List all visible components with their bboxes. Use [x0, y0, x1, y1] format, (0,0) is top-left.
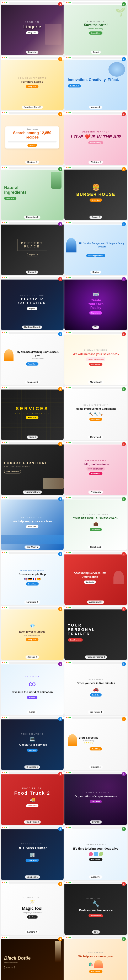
cta-btn-agency8[interactable]: Get Started [68, 84, 81, 88]
cta-btn-lottie[interactable]: Explore [27, 696, 37, 699]
cta-btn-car-rental3[interactable]: Book Car [90, 694, 102, 697]
cta-btn-clothing2[interactable]: Explore [27, 307, 37, 310]
card-wedding3[interactable]: WEDDING PLANNER LOVE ❤️ IS IN THE AIR Pl… [65, 111, 127, 165]
card-accountant4[interactable]: Accounting Services Tax Optimisation Get… [65, 551, 127, 605]
cta-btn-recipes3[interactable]: Search [27, 144, 37, 147]
card-coaching3[interactable]: BUSINESS COACHING YOUR PERSONAL BUSINESS… [65, 496, 127, 550]
card-shop-assistant[interactable]: E-COMMERCE We help your store to grow 🛍️… [65, 935, 127, 980]
dot-green [6, 332, 7, 333]
card-car-rental3[interactable]: CAR RENTAL Order your car in five minute… [65, 661, 127, 715]
dot-green [70, 882, 71, 883]
card-event8[interactable]: CORPORATE EVENTS Organization of corpora… [65, 771, 127, 825]
url-bar [72, 496, 126, 499]
card-eco4[interactable]: ECO FRIENDLY Save the earth! Plant a tre… [65, 1, 127, 55]
card-language4[interactable]: LANGUAGE COURSES Businesspeople Help 🇬🇧 … [1, 551, 63, 605]
cta-btn-furniture2[interactable]: Shop Now [26, 85, 38, 88]
badge-pt3: 3 [122, 607, 126, 611]
card-cosmetics3[interactable]: Naturalingredients Shop Now 3 Cosmetics … [1, 166, 63, 220]
card-label-pt3: Personal Trainer 3 [85, 655, 107, 659]
card-blogger4[interactable]: Blog & lifestyle Personal Blog ★★★★★ Rea… [65, 716, 127, 770]
cta-btn-pt3[interactable]: Start Training [68, 638, 83, 641]
cta-btn-biker4[interactable]: Book Now [26, 416, 38, 419]
bottle-deco [51, 172, 62, 189]
agency8-blob [109, 62, 125, 76]
cta-btn-vr[interactable]: Experience [89, 312, 103, 315]
cta-btn-agency7[interactable]: Get Started [89, 858, 102, 861]
browser-bar-biker4 [1, 386, 63, 390]
cta-btn-renovate3[interactable]: Shop Tools [89, 418, 103, 421]
language-flags: 🇬🇧 🇩🇪 🇫🇷 🇪🇸 [24, 578, 41, 581]
card-furniture2[interactable]: COZY HOME FURNITURE Furniture Store 2 Sh… [1, 56, 63, 110]
card-furniture-store[interactable]: LUXURY FURNITURE PREMIUM COLLECTION View… [1, 441, 63, 495]
cta-btn-burger3[interactable]: Order Now [90, 199, 102, 202]
card-business6[interactable]: My firm has grown up 400% since 1 year B… [1, 331, 63, 385]
cta-btn-coaching3[interactable]: Start Now [90, 528, 102, 531]
cta-btn-accountant4[interactable]: Get Quote [84, 581, 96, 584]
dot-yellow [4, 332, 5, 333]
card-magic-tool[interactable]: PRODUCTIVITY 🪄 Magic tool Simplify your … [1, 881, 63, 935]
card-vr[interactable]: 🥽 CreateYour OwnReality Experience 1 VR [65, 276, 127, 330]
cta-btn-foodtruck2[interactable]: Order Now [26, 804, 39, 807]
card-clothing2[interactable]: NEW COLLECTION DISCOVERCOLLECTION Explor… [1, 276, 63, 330]
dot-yellow [68, 277, 69, 278]
card-jeweler2[interactable]: 💎 Each jewel is unique Fine jewelry coll… [1, 606, 63, 660]
card-renovate3[interactable]: HOME IMPROVEMENT Home Improvement Equipm… [65, 386, 127, 440]
card-it-service6[interactable]: TECH SOLUTIONS 💻 PC repair & IT services… [1, 716, 63, 770]
card-tire[interactable]: AUTO SERVICE 🔧 Professional tire service… [65, 881, 127, 935]
card-agency7[interactable]: CREATIVE AGENCY It's time to bring your … [65, 826, 127, 880]
cta-btn-marketing2[interactable]: Get Started [89, 363, 102, 366]
person-avatar [4, 349, 14, 361]
cta-btn-estate4[interactable]: Explore [27, 253, 37, 256]
card-pregnancy[interactable]: PREGNANCY CARE Hello, mothers-to-be 98% … [65, 441, 127, 495]
card-content-jeweler2: 💎 Each jewel is unique Fine jewelry coll… [1, 606, 63, 660]
card-content-cosmetics3: Naturalingredients Shop Now [1, 166, 63, 220]
card-personal-trainer3[interactable]: YOURPERSONALTRAINER Start Training 3 Per… [65, 606, 127, 660]
card-biker4[interactable]: SERVICES MOTORCYCLE SERVICES Book Now 4 … [1, 386, 63, 440]
badge-car-rental3: 3 [122, 662, 126, 666]
dot-yellow [4, 882, 5, 883]
card-burger3[interactable]: 🍔 BURGER HOUSE Order Now 3 Burger 3 [65, 166, 127, 220]
card-lottie[interactable]: ANIMATION ∞ Dive into the world of anima… [1, 661, 63, 715]
search-bar-deco[interactable] [8, 141, 56, 142]
card-content-eco4: ECO FRIENDLY Save the earth! Plant a tre… [65, 1, 127, 55]
cta-btn-blogger4[interactable]: Read Blog [90, 747, 102, 751]
card-recipes3[interactable]: Search among Search among 12,850 recipes… [1, 111, 63, 165]
card-content-pregnancy: PREGNANCY CARE Hello, mothers-to-be 98% … [65, 441, 127, 495]
cta-btn-wedding3[interactable]: Plan Wedding [88, 141, 103, 144]
cta-btn-magic-tool[interactable]: Try Free [27, 915, 37, 918]
card-whiskey2[interactable]: Black Bottle Premium Whiskey Explore 2 W… [1, 935, 63, 980]
cta-btn-lingerie[interactable]: Shop Now [26, 31, 38, 34]
biker-sub: MOTORCYCLE SERVICES [15, 412, 50, 414]
card-marketing2[interactable]: DIGITAL MARKETING We will increase your … [65, 331, 127, 385]
cta-btn-event8[interactable]: Get Quote [90, 800, 102, 803]
card-doctor[interactable]: Hi, I'm Kim Granger and I'll be your fam… [65, 221, 127, 275]
cta-btn-eco4[interactable]: Learn More [89, 32, 102, 35]
cta-btn-cosmetics3[interactable]: Shop Now [4, 197, 16, 200]
cta-btn-business6[interactable]: Read More [26, 363, 39, 366]
card-carwash[interactable]: PROFESSIONAL We help keep your car clean… [1, 496, 63, 550]
badge-biker4: 4 [58, 387, 62, 391]
card-content-coaching3: BUSINESS COACHING YOUR PERSONAL BUSINESS… [65, 496, 127, 550]
cta-btn-jeweler2[interactable]: Shop Now [26, 638, 38, 641]
cta-btn-language4[interactable]: Enroll Now [26, 582, 39, 585]
card-business5[interactable]: PROFESSIONAL Business Center 🏢 Learn Mor… [1, 826, 63, 880]
dot-red [66, 827, 67, 828]
card-agency8[interactable]: Innovation. Creativity. Effect. Get Star… [65, 56, 127, 110]
url-bar [8, 826, 62, 829]
cta-btn-tire[interactable]: Book Service [88, 914, 103, 917]
cta-btn-carwash[interactable]: Book Now [26, 525, 38, 528]
cta-btn-whiskey2[interactable]: Explore [4, 966, 15, 969]
url-bar [8, 496, 62, 499]
cta-btn-its6[interactable]: Get Help [27, 749, 38, 752]
dot-yellow [4, 222, 5, 223]
card-estate4[interactable]: PERFECTPLACE Explore 4 Estate 4 [1, 221, 63, 275]
cta-btn-furniture-store[interactable]: View Collection [4, 470, 21, 473]
cta-btn-pregnancy[interactable]: Learn More [89, 472, 102, 475]
card-foodtruck2[interactable]: FOOD TRUCK Food Truck 2 🚚 Order Now 2 Fo… [1, 771, 63, 825]
cta-btn-shop-assistant[interactable]: Get Started [89, 970, 102, 973]
cta-btn-business5[interactable]: Learn More [25, 859, 39, 862]
browser-bar-renovate3 [65, 386, 127, 390]
browser-bar-burger3 [65, 166, 127, 170]
card-lingerie[interactable]: FASHION Lingerie Shop Now 4 Lingerie [1, 1, 63, 55]
cta-btn-doctor[interactable]: Book Appointment [86, 254, 105, 257]
